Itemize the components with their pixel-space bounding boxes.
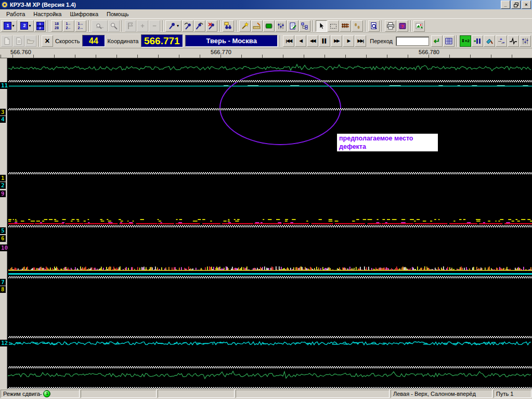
open-results-button[interactable] <box>13 35 24 47</box>
menu-item[interactable]: Шифровка <box>66 10 102 18</box>
channel-1-label[interactable]: 1 <box>0 175 6 182</box>
printer-icon <box>386 22 395 30</box>
channel-5-label[interactable]: 5 <box>0 227 6 234</box>
defectogram-view[interactable]: предполагаемое место дефекта 11341295610… <box>0 58 532 389</box>
channel-separator <box>8 172 532 174</box>
channel-3-label[interactable]: 3 <box>0 109 6 115</box>
path-trace-button[interactable] <box>352 20 363 32</box>
new-file-button[interactable] <box>1 35 12 47</box>
channel-4-label[interactable]: 4 <box>0 116 6 123</box>
view-mode-1-button[interactable]: 1▾ <box>1 20 17 32</box>
bookmark-prev-button[interactable] <box>194 20 205 32</box>
goto-apply-button[interactable]: ↵ <box>431 35 443 47</box>
channel-12-label[interactable]: 12 <box>0 340 9 346</box>
bookmark-delete-button[interactable] <box>206 20 217 32</box>
channel-8-label[interactable]: 8 <box>0 286 6 293</box>
channel-separator <box>8 225 532 227</box>
scale-x2-icon: ⇕×2 <box>461 39 470 43</box>
close-button[interactable]: × <box>522 1 531 9</box>
legend-table-button[interactable] <box>443 35 455 47</box>
toolbar-separator <box>365 20 366 32</box>
decode-wizard-button[interactable] <box>239 20 251 32</box>
cursor-mode-button[interactable] <box>316 20 327 32</box>
channel-mirror-icon: 1←2← <box>66 22 72 30</box>
print-button[interactable] <box>385 20 396 32</box>
speed-label: Скорость <box>55 38 80 44</box>
threshold-adjust-button[interactable]: +− <box>496 35 507 47</box>
hardware-settings-button[interactable] <box>263 20 275 32</box>
color-scheme-button[interactable] <box>484 35 495 47</box>
bookmark-next-button[interactable] <box>182 20 193 32</box>
playback-group: |◀◀◀◀◀▌▌▶▶▶▶▶| <box>283 35 366 47</box>
play-forward-button[interactable]: ▶ <box>343 35 354 47</box>
channel-10-label[interactable]: 10 <box>0 244 9 251</box>
scale-x2-toggle[interactable]: ⇕×2 <box>460 35 471 47</box>
app-icon <box>1 1 8 8</box>
zoom-out-button[interactable]: − <box>149 20 160 32</box>
signal-view-button[interactable] <box>508 35 519 47</box>
bookmark-button[interactable]: ▾ <box>165 20 181 32</box>
pause-button[interactable]: ▌▌ <box>319 35 330 47</box>
plus-icon: + <box>140 22 145 29</box>
window-title: КРУЗ-М ХР (Версия 1.4) <box>10 2 499 8</box>
menu-bar: РаботаНастройкаШифровкаПомощь <box>0 9 532 18</box>
ruler-label: 566.760 <box>10 49 31 55</box>
binoculars-note-icon <box>224 22 232 30</box>
search-marks-button[interactable] <box>223 20 234 32</box>
channel-scheme-button[interactable]: 1828 <box>51 20 62 32</box>
footprints-icon <box>353 22 361 30</box>
channel-2-label[interactable]: 2 <box>0 182 6 189</box>
cursor-arrow-icon <box>317 22 326 30</box>
export-image-button[interactable] <box>413 20 425 32</box>
close-file-button[interactable]: × <box>42 35 53 47</box>
channel-mirror-button[interactable]: 1←2← <box>63 20 74 32</box>
gain-settings-button[interactable] <box>275 20 287 32</box>
page-lines-icon <box>15 37 23 45</box>
view-mode-2-button[interactable]: 2▾ <box>18 20 34 32</box>
table-icon <box>445 37 453 45</box>
channel-11-label[interactable]: 11 <box>0 82 9 89</box>
amplitude-bars-toggle[interactable] <box>472 35 483 47</box>
restore-button[interactable] <box>511 1 521 9</box>
select-region-button[interactable] <box>328 20 339 32</box>
menu-item[interactable]: Настройка <box>29 10 66 18</box>
channel-7-label[interactable]: 7 <box>0 279 6 286</box>
menu-item[interactable]: Помощь <box>102 10 133 18</box>
split-view-button[interactable]: 12 <box>34 20 46 32</box>
channel-6-label[interactable]: 6 <box>0 235 6 242</box>
menu-item[interactable]: Работа <box>2 10 29 18</box>
help-button[interactable]: ? <box>397 20 408 32</box>
step-back-button[interactable]: ◀ <box>295 35 306 47</box>
channel-separator <box>8 80 532 82</box>
channel-swap-button[interactable]: 1↔2↔ <box>75 20 86 32</box>
skip-to-start-button[interactable]: |◀◀ <box>283 35 294 47</box>
open-file-button[interactable] <box>25 35 36 47</box>
ruler-label: 566.770 <box>211 49 231 55</box>
status-text: Левая - Верх, Салоном-вперёд <box>393 391 476 397</box>
status-panel-shift-mode: Режим сдвига-1 <box>1 390 80 398</box>
zoom-in-button[interactable]: + <box>137 20 148 32</box>
channel-gains-button[interactable] <box>520 35 531 47</box>
rail-view-button[interactable] <box>340 20 351 32</box>
protocol-edit-button[interactable] <box>287 20 299 32</box>
print-preview-button[interactable] <box>368 20 380 32</box>
rewind-button[interactable]: ◀◀ <box>307 35 318 47</box>
measure-button[interactable] <box>251 20 263 32</box>
settings-tree-button[interactable] <box>299 20 310 32</box>
zoom-area-button[interactable] <box>108 20 120 32</box>
km-post-button[interactable] <box>125 20 136 32</box>
channel-9-label[interactable]: 9 <box>0 190 6 197</box>
split-view-icon: 12 <box>36 22 44 30</box>
goto-input[interactable] <box>396 36 429 46</box>
fast-forward-button[interactable]: ▶▶ <box>331 35 342 47</box>
toolbar-separator <box>236 20 237 32</box>
minimize-button[interactable]: _ <box>501 1 510 9</box>
status-text: Режим сдвига- <box>3 391 42 397</box>
shift-mode-indicator: 1 <box>43 390 50 397</box>
zoom-ruler-button[interactable] <box>92 20 108 32</box>
chevron-down-icon: ▾ <box>177 24 179 28</box>
toolbar-separator <box>382 20 383 32</box>
skip-to-end-button[interactable]: ▶▶| <box>355 35 366 47</box>
equalizer-icon <box>521 37 529 45</box>
rail-track-icon <box>341 22 349 30</box>
